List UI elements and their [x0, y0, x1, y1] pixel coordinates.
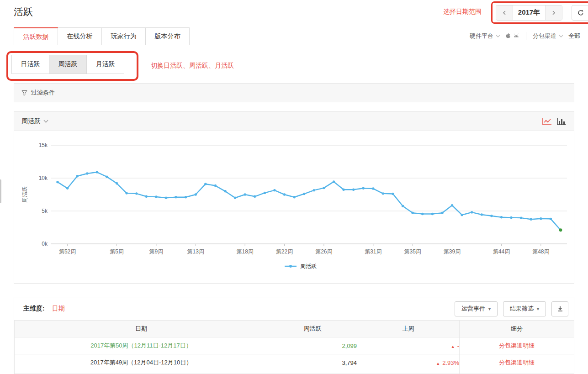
svg-text:第9周: 第9周 [149, 248, 164, 255]
svg-text:周活跃: 周活跃 [300, 263, 317, 269]
subtab-monthly-active[interactable]: 月活跃 [86, 55, 124, 74]
active-granularity-switch: 日活跃 周活跃 月活跃 [11, 55, 124, 74]
chevron-right-icon [551, 10, 556, 16]
wow-value: 2.93% [442, 359, 459, 366]
chart-header: 周活跃 [14, 112, 574, 131]
table-card: 主维度: 日期 运营事件 ▾ 结果筛选 ▾ [14, 297, 574, 374]
subtab-daily-active[interactable]: 日活跃 [11, 55, 49, 74]
col-header-breakdown: 细分 [460, 321, 574, 337]
cell-date: 2017年第50周（12月11日-12月17日） [15, 337, 268, 354]
cell-date: 2017年第49周（12月04日-12月10日） [15, 354, 268, 371]
result-filter-label: 结果筛选 [510, 305, 534, 313]
caret-down-icon: ▾ [537, 306, 539, 311]
svg-text:第13周: 第13周 [187, 248, 204, 255]
triangle-up-icon: ▲ [451, 344, 455, 349]
ops-events-button[interactable]: 运营事件 ▾ [455, 301, 498, 316]
download-icon [557, 306, 563, 312]
page-title: 活跃 [14, 5, 33, 18]
annotation-text: 切换日活跃、周活跃、月活跃 [151, 62, 234, 70]
table-toolbar: 主维度: 日期 运营事件 ▾ 结果筛选 ▾ [14, 297, 574, 320]
prev-year-button[interactable] [496, 5, 513, 20]
channel-filter[interactable]: 分包渠道 [533, 32, 556, 40]
channel-detail-link[interactable]: 分包渠道明细 [499, 342, 535, 349]
dimension-label: 主维度: [23, 305, 45, 313]
cell-prev-week: ▲- [357, 337, 460, 354]
global-filters: 硬件平台 分包渠道 全部 [470, 29, 580, 43]
refresh-icon [577, 9, 584, 16]
cell-breakdown: 分包渠道明细 [460, 337, 574, 354]
svg-text:第35周: 第35周 [404, 248, 421, 255]
svg-text:第18周: 第18周 [236, 248, 253, 255]
download-button[interactable] [551, 301, 568, 316]
col-header-date: 日期 [15, 321, 268, 337]
metric-selector[interactable]: 周活跃 [21, 117, 48, 126]
chevron-down-icon [559, 35, 563, 38]
svg-text:10k: 10k [39, 175, 48, 181]
col-header-weekly-active: 周活跃 [268, 321, 357, 337]
channel-detail-link[interactable]: 分包渠道明细 [499, 359, 535, 366]
cell-prev-week: ▲2.93% [357, 354, 460, 371]
table-row: 2017年第50周（12月11日-12月17日） 2,099 ▲- 分包渠道明细 [15, 337, 574, 354]
divider [526, 32, 526, 40]
subtab-weekly-active[interactable]: 周活跃 [49, 55, 87, 74]
col-header-prev-week: 上周 [357, 321, 460, 337]
refresh-button[interactable] [572, 5, 588, 21]
svg-text:15k: 15k [39, 142, 48, 148]
next-year-button[interactable] [545, 5, 562, 20]
svg-text:5k: 5k [42, 208, 48, 214]
svg-text:第48周: 第48周 [532, 248, 549, 255]
ops-events-label: 运营事件 [461, 305, 485, 313]
triangle-up-icon: ▲ [436, 361, 440, 366]
svg-text:第52周: 第52周 [59, 248, 76, 255]
wow-value: - [457, 342, 459, 349]
result-filter-button[interactable]: 结果筛选 ▾ [503, 301, 546, 316]
metric-selector-label: 周活跃 [21, 117, 41, 126]
tab-online-analysis[interactable]: 在线分析 [58, 27, 102, 45]
date-picker: 2017年 [496, 5, 562, 21]
bar-chart-icon[interactable] [556, 117, 567, 126]
filter-conditions-bar[interactable]: 过滤条件 [14, 83, 574, 102]
channel-filter-value[interactable]: 全部 [568, 32, 580, 40]
date-range-label: 选择日期范围 [443, 8, 482, 16]
cell-breakdown: 分包渠道明细 [460, 354, 574, 371]
chevron-left-icon [502, 10, 507, 16]
caret-down-icon: ▾ [488, 306, 491, 311]
hardware-platform-filter[interactable]: 硬件平台 [470, 32, 493, 40]
annotation-box-date-picker: 2017年 [491, 1, 588, 24]
chart-card: 周活跃 [14, 111, 574, 284]
tab-version-distribution[interactable]: 版本分布 [145, 27, 190, 45]
svg-text:第44周: 第44周 [493, 248, 510, 255]
funnel-icon [21, 90, 27, 96]
tab-active-data[interactable]: 活跃数据 [14, 27, 58, 45]
chevron-down-icon [43, 120, 48, 123]
svg-text:周活跃: 周活跃 [21, 186, 28, 203]
weekly-active-chart: 0k5k10k15k第52周第5周第9周第13周第18周第22周第26周第31周… [14, 131, 574, 283]
table-row-partial [15, 371, 574, 374]
svg-text:第5周: 第5周 [110, 248, 124, 255]
cell-weekly-active: 2,099 [268, 337, 357, 354]
svg-text:第31周: 第31周 [365, 248, 381, 255]
svg-text:第39周: 第39周 [444, 248, 461, 255]
table-header-row: 日期 周活跃 上周 细分 [15, 321, 574, 337]
filter-conditions-label: 过滤条件 [31, 89, 55, 97]
apple-icon [505, 33, 511, 39]
active-data-table: 日期 周活跃 上周 细分 2017年第50周（12月11日-12月17日） 2,… [14, 320, 574, 374]
android-icon [513, 33, 519, 39]
date-picker-value[interactable]: 2017年 [513, 5, 545, 20]
cell-weekly-active: 3,794 [268, 354, 357, 371]
svg-text:第26周: 第26周 [315, 248, 332, 255]
svg-text:0k: 0k [42, 241, 48, 247]
scrollbar-artifact [0, 179, 1, 203]
table-row: 2017年第49周（12月04日-12月10日） 3,794 ▲2.93% 分包… [15, 354, 574, 371]
dimension-value[interactable]: 日期 [52, 305, 65, 313]
svg-text:第22周: 第22周 [276, 248, 293, 255]
table-actions: 运营事件 ▾ 结果筛选 ▾ [449, 301, 568, 316]
chart-type-toggle [537, 117, 567, 126]
chevron-down-icon [496, 35, 500, 38]
tab-player-behavior[interactable]: 玩家行为 [101, 27, 146, 45]
line-chart-icon[interactable] [542, 117, 552, 126]
